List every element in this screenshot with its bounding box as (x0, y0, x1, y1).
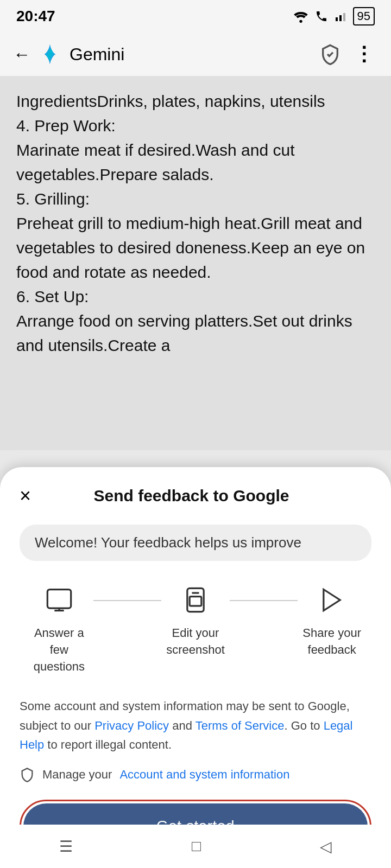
account-manage-text: Manage your (42, 768, 112, 782)
nav-home-icon[interactable]: □ (192, 838, 201, 855)
account-shield-icon (20, 767, 35, 782)
battery-indicator: 95 (353, 7, 375, 25)
wifi-icon (292, 10, 310, 23)
svg-marker-10 (324, 590, 340, 611)
feedback-bottom-sheet: × Send feedback to Google Welcome! Your … (0, 467, 391, 868)
app-title: Gemini (70, 44, 311, 65)
chat-text: IngredientsDrinks, plates, napkins, uten… (16, 92, 365, 354)
step-share-label: Share your feedback (298, 625, 366, 659)
account-info-link[interactable]: Account and system information (119, 768, 289, 782)
bottom-sheet-overlay: × Send feedback to Google Welcome! Your … (0, 423, 391, 868)
svg-rect-9 (190, 597, 201, 606)
legal-text: Some account and system information may … (20, 697, 371, 754)
step-answer-icon (42, 583, 77, 617)
more-options-button[interactable]: ⋮ (350, 43, 378, 66)
step-share-icon (314, 583, 349, 617)
privacy-policy-link[interactable]: Privacy Policy (94, 719, 169, 732)
navigation-bar: ☰ □ ◁ (0, 825, 391, 868)
steps-container: Answer a few questions Edit your screens… (20, 583, 371, 675)
step-answer: Answer a few questions (25, 583, 93, 675)
step-share: Share your feedback (298, 583, 366, 659)
step-screenshot: Edit your screenshot (161, 583, 230, 659)
close-button[interactable]: × (20, 484, 31, 507)
terms-link[interactable]: Terms of Service (195, 719, 285, 732)
sheet-header: × Send feedback to Google (20, 484, 371, 507)
svg-rect-4 (47, 590, 71, 609)
legal-text-3: to report illegal content. (44, 738, 172, 751)
svg-rect-3 (343, 13, 345, 21)
svg-point-0 (299, 20, 302, 23)
step-answer-label: Answer a few questions (25, 625, 93, 675)
status-icons: 95 (292, 7, 375, 25)
svg-rect-2 (339, 15, 342, 21)
shield-icon[interactable] (319, 43, 341, 65)
chat-content: IngredientsDrinks, plates, napkins, uten… (0, 76, 391, 450)
step-screenshot-label: Edit your screenshot (161, 625, 230, 659)
app-bar: ← Gemini ⋮ (0, 33, 391, 76)
sheet-title: Send feedback to Google (42, 487, 341, 505)
step-divider-1 (93, 600, 162, 601)
back-button[interactable]: ← (13, 44, 30, 65)
account-row: Manage your Account and system informati… (20, 767, 371, 782)
network-icon (333, 10, 349, 23)
legal-text-2: . Go to (284, 719, 323, 732)
legal-and-text: and (169, 719, 195, 732)
welcome-badge: Welcome! Your feedback helps us improve (20, 525, 371, 561)
nav-menu-icon[interactable]: ☰ (59, 838, 73, 856)
nav-back-icon[interactable]: ◁ (320, 838, 332, 856)
step-screenshot-icon (178, 583, 213, 617)
signal-icon (314, 10, 329, 23)
svg-rect-1 (336, 17, 338, 21)
step-divider-2 (230, 600, 298, 601)
status-bar: 20:47 95 (0, 0, 391, 33)
status-time: 20:47 (16, 8, 55, 25)
gemini-logo-icon (39, 43, 61, 65)
